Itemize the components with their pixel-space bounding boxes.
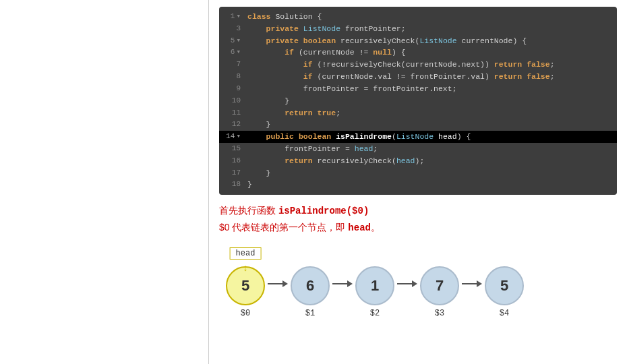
line-num-8: 8 <box>225 71 241 83</box>
code-line-16: 16 return recursivelyCheck(head); <box>219 155 617 167</box>
head-arrow: ↓ <box>243 262 248 273</box>
code-line-5: 5 private boolean recursivelyCheck(ListN… <box>219 35 617 47</box>
code-line-6: 6 if (currentNode != null) { <box>219 47 617 59</box>
desc-line1: 首先执行函数 isPalindrome($0) <box>219 203 617 220</box>
code-line-12: 12 } <box>219 119 617 131</box>
code-block: 1 class Solution { 3 private ListNode fr… <box>219 7 617 195</box>
node-index-0: $0 <box>241 309 250 318</box>
code-content-1: class Solution { <box>247 11 322 23</box>
code-line-3: 3 private ListNode frontPointer; <box>219 23 617 35</box>
code-content-15: frontPointer = head; <box>247 143 378 155</box>
code-content-11: return true; <box>247 107 340 119</box>
code-content-3: private ListNode frontPointer; <box>247 23 406 35</box>
code-line-11: 11 return true; <box>219 107 617 119</box>
code-content-14: public boolean isPalindrome(ListNode hea… <box>247 131 471 143</box>
code-content-5: private boolean recursivelyCheck(ListNod… <box>247 35 527 47</box>
line-num-6: 6 <box>225 47 241 59</box>
linked-list-diagram: head ↓ 5 $0 6 $1 1 $2 <box>219 246 617 318</box>
node-circle-2: 1 <box>355 266 394 305</box>
code-content-7: if (!recursivelyCheck(currentNode.next))… <box>247 59 555 71</box>
arrow-head-4 <box>477 280 482 287</box>
node-circle-3: 7 <box>420 266 459 305</box>
code-content-17: } <box>247 167 271 179</box>
code-content-6: if (currentNode != null) { <box>247 47 406 59</box>
code-line-10: 10 } <box>219 95 617 107</box>
code-content-9: frontPointer = frontPointer.next; <box>247 83 457 95</box>
line-num-10: 10 <box>225 95 241 107</box>
line-num-1: 1 <box>225 11 241 23</box>
arrow-line-2 <box>332 283 347 284</box>
line-num-14: 14 <box>225 131 241 143</box>
line-num-9: 9 <box>225 83 241 95</box>
right-panel: 1 class Solution { 3 private ListNode fr… <box>209 0 627 364</box>
line-num-18: 18 <box>225 179 241 191</box>
node-4: 5 $4 <box>485 266 524 318</box>
node-2: 1 $2 <box>355 266 394 318</box>
line-num-5: 5 <box>225 35 241 47</box>
line-num-7: 7 <box>225 59 241 71</box>
left-panel <box>0 0 209 364</box>
node-index-3: $3 <box>435 309 444 318</box>
arrow-3 <box>397 280 417 287</box>
arrow-head-1 <box>282 280 288 287</box>
arrow-4 <box>462 280 482 287</box>
arrow-head-3 <box>412 280 417 287</box>
code-line-7: 7 if (!recursivelyCheck(currentNode.next… <box>219 59 617 71</box>
code-content-10: } <box>247 95 289 107</box>
line-num-12: 12 <box>225 119 241 131</box>
code-content-12: } <box>247 119 271 131</box>
line-num-3: 3 <box>225 23 241 35</box>
code-line-15: 15 frontPointer = head; <box>219 143 617 155</box>
arrow-line-3 <box>397 283 412 284</box>
node-1: 6 $1 <box>291 266 330 318</box>
code-content-18: } <box>247 179 252 191</box>
node-index-1: $1 <box>305 309 315 318</box>
line-num-11: 11 <box>225 107 241 119</box>
code-line-14: 14 public boolean isPalindrome(ListNode … <box>219 131 617 143</box>
head-label: head <box>230 247 262 260</box>
desc-line2: $0 代表链表的第一个节点，即 head。 <box>219 220 617 237</box>
code-content-8: if (currentNode.val != frontPointer.val)… <box>247 71 555 83</box>
node-circle-4: 5 <box>485 266 524 305</box>
arrow-line-4 <box>462 283 477 284</box>
code-content-16: return recursivelyCheck(head); <box>247 155 424 167</box>
node-circle-1: 6 <box>291 266 330 305</box>
arrow-head-2 <box>347 280 353 287</box>
arrow-2 <box>332 280 353 287</box>
code-line-9: 9 frontPointer = frontPointer.next; <box>219 83 617 95</box>
description: 首先执行函数 isPalindrome($0) $0 代表链表的第一个节点，即 … <box>219 203 617 237</box>
code-line-18: 18 } <box>219 179 617 191</box>
node-0: head ↓ 5 $0 <box>226 266 265 318</box>
code-line-8: 8 if (currentNode.val != frontPointer.va… <box>219 71 617 83</box>
arrow-1 <box>268 280 288 287</box>
line-num-16: 16 <box>225 155 241 167</box>
code-line-1: 1 class Solution { <box>219 11 617 23</box>
code-line-17: 17 } <box>219 167 617 179</box>
node-index-4: $4 <box>500 309 509 318</box>
node-index-2: $2 <box>370 309 380 318</box>
line-num-15: 15 <box>225 143 241 155</box>
arrow-line-1 <box>268 283 282 284</box>
node-3: 7 $3 <box>420 266 459 318</box>
line-num-17: 17 <box>225 167 241 179</box>
